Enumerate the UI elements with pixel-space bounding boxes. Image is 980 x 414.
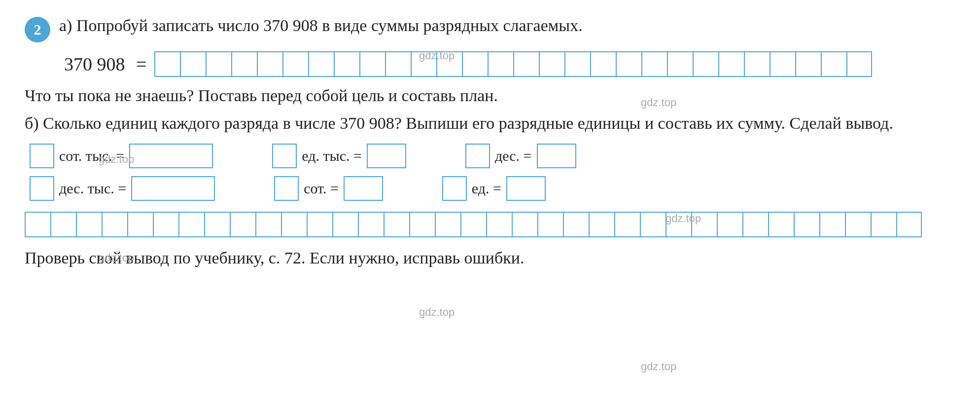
grid-cell-28[interactable]	[846, 51, 872, 77]
grid-cell-16[interactable]	[539, 51, 564, 77]
task-part-a: а) Попробуй записать число 370 908 в вид…	[59, 15, 955, 37]
bottom-cell-8[interactable]	[204, 212, 230, 237]
grid-cell-26[interactable]	[795, 51, 821, 77]
grid-cell-5[interactable]	[257, 51, 282, 77]
grid-cell-20[interactable]	[641, 51, 667, 77]
label-sot: сот. =	[304, 180, 339, 197]
grid-cell-24[interactable]	[744, 51, 770, 77]
bottom-cell-35[interactable]	[896, 212, 922, 237]
bottom-cell-6[interactable]	[153, 212, 178, 237]
grid-cell-17[interactable]	[564, 51, 590, 77]
label-ed-tys: ед. тыс. =	[302, 148, 362, 164]
box-row-sot-tys: сот. тыс. =	[30, 144, 213, 168]
bottom-grid-row[interactable]	[25, 212, 955, 237]
bottom-cell-22[interactable]	[563, 212, 589, 237]
bottom-cell-10[interactable]	[255, 212, 281, 237]
bottom-cell-30[interactable]	[768, 212, 794, 237]
label-sot-tys: сот. тыс. =	[59, 148, 124, 164]
bottom-cell-5[interactable]	[127, 212, 153, 237]
grid-cell-9[interactable]	[359, 51, 385, 77]
bottom-cell-4[interactable]	[102, 212, 127, 237]
bottom-cell-19[interactable]	[486, 212, 512, 237]
box-row-sot: сот. =	[274, 176, 383, 201]
input-ed-num[interactable]	[442, 176, 467, 201]
label-des-tys: дес. тыс. =	[59, 180, 126, 197]
bottom-cell-13[interactable]	[332, 212, 358, 237]
input-sot-val[interactable]	[344, 176, 383, 201]
box-row-ed-tys: ед. тыс. =	[272, 144, 406, 168]
grid-cell-27[interactable]	[821, 51, 846, 77]
grid-cell-25[interactable]	[770, 51, 795, 77]
bottom-cell-24[interactable]	[614, 212, 640, 237]
bottom-cell-2[interactable]	[50, 212, 76, 237]
input-sot-tys-val[interactable]	[129, 144, 213, 168]
bottom-cell-12[interactable]	[307, 212, 332, 237]
bottom-cell-25[interactable]	[640, 212, 665, 237]
input-sot-tys-num[interactable]	[30, 144, 54, 168]
bottom-cell-32[interactable]	[819, 212, 845, 237]
input-ed-val[interactable]	[506, 176, 546, 201]
long-input-grid[interactable]	[154, 51, 872, 77]
input-ed-tys-val[interactable]	[367, 144, 406, 168]
number-label: 370 908	[64, 53, 128, 75]
bottom-cell-16[interactable]	[409, 212, 435, 237]
input-des-num[interactable]	[465, 144, 490, 168]
grid-cell-21[interactable]	[667, 51, 693, 77]
grid-cell-4[interactable]	[231, 51, 257, 77]
label-des: дес. =	[495, 148, 532, 164]
bottom-cell-26[interactable]	[665, 212, 691, 237]
equation-row: 370 908 =	[64, 51, 955, 77]
grid-cell-13[interactable]	[462, 51, 488, 77]
bottom-cell-15[interactable]	[384, 212, 409, 237]
box-row-des-tys: дес. тыс. =	[30, 176, 215, 201]
grid-cell-3[interactable]	[206, 51, 231, 77]
input-des-tys-num[interactable]	[30, 176, 54, 201]
grid-cell-22[interactable]	[693, 51, 718, 77]
bottom-cell-14[interactable]	[358, 212, 384, 237]
input-des-val[interactable]	[537, 144, 576, 168]
bottom-cell-33[interactable]	[845, 212, 871, 237]
bottom-cell-7[interactable]	[178, 212, 204, 237]
bottom-cell-11[interactable]	[281, 212, 307, 237]
input-des-tys-val[interactable]	[131, 176, 215, 201]
bottom-cell-29[interactable]	[742, 212, 768, 237]
equals-sign: =	[136, 53, 146, 75]
grid-cell-15[interactable]	[513, 51, 539, 77]
label-ed: ед. =	[472, 180, 501, 197]
bottom-cell-31[interactable]	[794, 212, 819, 237]
watermark-7: gdz.top	[641, 360, 676, 373]
section-b-text: б) Сколько единиц каждого разряда в числ…	[25, 112, 955, 135]
bottom-cell-23[interactable]	[589, 212, 614, 237]
bottom-cell-28[interactable]	[717, 212, 742, 237]
bottom-cell-1[interactable]	[25, 212, 50, 237]
grid-cell-23[interactable]	[718, 51, 744, 77]
grid-cell-18[interactable]	[590, 51, 616, 77]
grid-cell-1[interactable]	[154, 51, 180, 77]
bottom-cell-9[interactable]	[230, 212, 255, 237]
bottom-cell-3[interactable]	[76, 212, 102, 237]
bottom-cell-18[interactable]	[460, 212, 486, 237]
task-header: 2 а) Попробуй записать число 370 908 в в…	[25, 15, 955, 42]
bottom-cell-34[interactable]	[871, 212, 896, 237]
task-number: 2	[25, 17, 50, 42]
question-text: Что ты пока не знаешь? Поставь перед соб…	[25, 84, 955, 108]
bottom-cell-17[interactable]	[435, 212, 460, 237]
grid-cell-14[interactable]	[488, 51, 513, 77]
bottom-cell-20[interactable]	[512, 212, 537, 237]
grid-cell-19[interactable]	[616, 51, 641, 77]
bottom-text: Проверь свой вывод по учебнику, с. 72. Е…	[25, 246, 955, 270]
grid-cell-6[interactable]	[282, 51, 308, 77]
grid-cell-11[interactable]	[411, 51, 436, 77]
bottom-cell-27[interactable]	[691, 212, 717, 237]
grid-cell-8[interactable]	[334, 51, 359, 77]
input-sot-num[interactable]	[274, 176, 299, 201]
grid-cell-10[interactable]	[385, 51, 411, 77]
box-row-des: дес. =	[465, 144, 576, 168]
box-row-ed: ед. =	[442, 176, 546, 201]
input-ed-tys-num[interactable]	[272, 144, 297, 168]
watermark-6: gdz.top	[419, 306, 455, 319]
grid-cell-7[interactable]	[308, 51, 334, 77]
bottom-cell-21[interactable]	[537, 212, 563, 237]
grid-cell-12[interactable]	[436, 51, 462, 77]
grid-cell-2[interactable]	[180, 51, 206, 77]
